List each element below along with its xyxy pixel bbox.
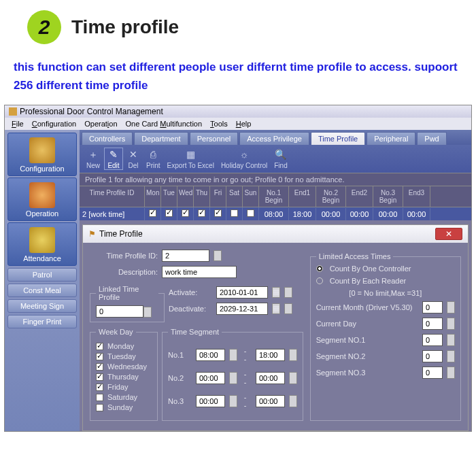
tool-new[interactable]: ＋New [84, 148, 103, 169]
tool-print[interactable]: ⎙Print [143, 148, 163, 169]
dropdown-icon[interactable] [143, 307, 152, 318]
label-current-day: Current Day [316, 320, 418, 328]
checkbox-tuesday[interactable] [96, 353, 103, 360]
cell: 18:00 [289, 208, 316, 220]
sidebar-constmeal[interactable]: Const Meal [7, 284, 77, 297]
input-current-day[interactable]: 0 [422, 318, 443, 330]
radio-one-controller[interactable] [316, 265, 323, 272]
tab-pwd[interactable]: Pwd [417, 132, 446, 145]
sidebar: Configuration Operation Attendance Patro… [5, 130, 80, 431]
input-seg-end[interactable]: 18:00 [256, 349, 285, 361]
spinner-icon[interactable] [229, 349, 237, 361]
sidebar-operation[interactable]: Operation [7, 177, 77, 221]
sidebar-configuration[interactable]: Configuration [7, 133, 77, 176]
grid-row[interactable]: 2 [work time]08:0018:0000:0000:0000:0000… [80, 207, 471, 220]
input-profile-id[interactable]: 2 [162, 250, 209, 262]
date-picker-icon[interactable]: ▦ [272, 287, 280, 298]
dropdown-icon[interactable] [284, 287, 292, 298]
spinner-icon[interactable] [229, 372, 237, 384]
checkbox-thursday[interactable] [96, 373, 103, 381]
tool-holiday-control[interactable]: ☼Holiday Control [218, 148, 270, 169]
menu-tools[interactable]: Tools [207, 119, 231, 129]
sidebar-patrol[interactable]: Patrol [7, 268, 77, 282]
hand-icon [29, 182, 55, 208]
label-current-month: Current Month (Driver V5.30) [316, 303, 418, 311]
cell [243, 207, 259, 220]
tool-export-to-excel[interactable]: ▦Export To Excel [165, 148, 217, 169]
column-header: Sun [243, 186, 259, 207]
tool-find[interactable]: 🔍Find [271, 148, 290, 169]
dialog-icon: ⚑ [88, 229, 96, 239]
tab-peripheral[interactable]: Peripheral [367, 132, 415, 145]
spinner-icon[interactable] [447, 318, 455, 330]
menu-configuration[interactable]: Configuration [29, 119, 79, 129]
input-seg-end[interactable]: 00:00 [256, 372, 285, 384]
app-title: Professional Door Control Management [20, 107, 163, 116]
menu-operation[interactable]: Operation [82, 119, 120, 129]
checkbox-wednesday[interactable] [96, 363, 103, 371]
tab-controllers[interactable]: Controllers [82, 132, 133, 145]
input-description[interactable]: work time [162, 266, 237, 278]
column-header: End1 [289, 186, 316, 207]
cell [161, 207, 177, 220]
close-button[interactable]: ✕ [435, 228, 462, 240]
menu-file[interactable]: File [9, 119, 27, 129]
input-seg-begin[interactable]: 00:00 [196, 372, 225, 384]
tab-time-profile[interactable]: Time Profile [311, 132, 365, 145]
legend-limited: Limited Access Times [316, 252, 394, 260]
dropdown-icon[interactable] [284, 303, 292, 314]
print-icon: ⎙ [147, 148, 159, 160]
edit-icon: ✎ [107, 148, 120, 160]
input-seg3[interactable]: 0 [422, 367, 443, 379]
input-seg-end[interactable]: 00:00 [256, 395, 285, 407]
column-header: Time Profile ID [80, 186, 145, 207]
step-number: 2 [27, 10, 61, 44]
label-deactivate: Deactivate: [169, 305, 212, 313]
tab-access-privilege[interactable]: Access Privilege [239, 132, 309, 145]
tab-bar: ControllersDepartmentPersonnelAccess Pri… [80, 130, 471, 145]
spinner-icon[interactable] [229, 395, 237, 407]
tool-del[interactable]: ✕Del [124, 148, 142, 169]
spinner-icon[interactable] [447, 367, 455, 379]
spinner-icon[interactable] [289, 349, 297, 361]
checkbox-monday[interactable] [96, 343, 103, 350]
menu-help[interactable]: Help [233, 119, 254, 129]
tab-department[interactable]: Department [134, 132, 188, 145]
date-picker-icon[interactable]: ▦ [272, 303, 280, 314]
sidebar-meetingsign[interactable]: Meeting Sign [7, 299, 77, 313]
column-header: Tue [161, 186, 177, 207]
sidebar-fingerprint[interactable]: Finger Print [7, 315, 77, 328]
spinner-icon[interactable] [447, 301, 455, 313]
input-activate[interactable]: 2010-01-01 [216, 286, 268, 299]
spinner-icon[interactable] [447, 350, 455, 362]
column-header: No.2 Begin [316, 186, 346, 207]
cell: 00:00 [316, 208, 346, 220]
checkbox-saturday[interactable] [96, 394, 103, 401]
spinner-icon[interactable] [289, 395, 297, 407]
menu-onecard[interactable]: One Card Multifunction [123, 119, 205, 129]
input-seg1[interactable]: 0 [422, 334, 443, 346]
tool-edit[interactable]: ✎Edit [104, 148, 123, 170]
description-text: this function can set different people u… [0, 51, 476, 105]
column-header: End3 [403, 186, 430, 207]
sidebar-attendance[interactable]: Attendance [7, 222, 77, 266]
legend-linked: Linked Time Profile [96, 285, 158, 301]
input-seg2[interactable]: 0 [422, 350, 443, 362]
time-profile-dialog: ⚑ Time Profile ✕ Time Profile ID: 2 [82, 224, 469, 431]
checkbox-sunday[interactable] [96, 404, 103, 411]
input-seg-begin[interactable]: 00:00 [196, 395, 225, 407]
cell [177, 207, 194, 220]
info-bar: Profile 1 for allowing any time to come … [80, 173, 471, 186]
checkbox-friday[interactable] [96, 384, 103, 391]
input-seg-begin[interactable]: 08:00 [196, 349, 225, 361]
cell [145, 207, 161, 220]
cell [210, 207, 226, 220]
radio-each-reader[interactable] [316, 277, 323, 284]
tab-personnel[interactable]: Personnel [190, 132, 239, 145]
spinner-icon[interactable] [289, 372, 297, 384]
spinner-icon[interactable] [447, 334, 455, 346]
input-current-month[interactable]: 0 [422, 301, 443, 313]
dropdown-icon[interactable] [214, 250, 222, 261]
input-deactivate[interactable]: 2029-12-31 [216, 303, 268, 315]
input-linked[interactable]: 0 [96, 305, 143, 318]
